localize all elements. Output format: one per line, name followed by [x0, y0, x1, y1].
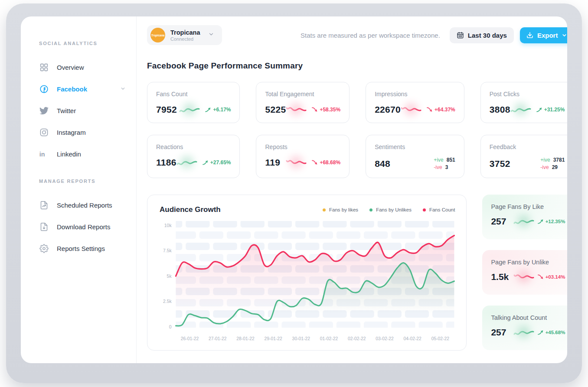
y-axis-tick: 2.5k — [163, 299, 172, 304]
y-axis-tick: 0 — [169, 325, 172, 329]
sidebar-item-instagram[interactable]: Instagram — [39, 121, 136, 143]
stat-card: Sentiments848 +ive851 -ive3 — [366, 135, 464, 178]
x-axis-tick: 02-02-22 — [348, 336, 366, 341]
main-content: Tropicana Tropicana Connected Stats are … — [137, 16, 567, 363]
trend-sparkline-icon — [401, 104, 421, 115]
topbar: Tropicana Tropicana Connected Stats are … — [147, 25, 567, 45]
page-title: Facebook Page Performance Summary — [147, 61, 567, 71]
audience-growth-chart: 10k7.5k5k2.5k026-01-2227-01-2228-01-2229… — [157, 218, 457, 344]
dashboard: SOCIAL ANALYTICSOverviewFacebookTwitterI… — [21, 16, 567, 363]
x-axis-tick: 01-02-22 — [320, 336, 338, 341]
sentiment-negative-row: -ive29 — [540, 164, 558, 170]
audience-growth-card: Audience Growth Fans by likesFans by Unl… — [147, 195, 467, 351]
stat-card-label: Post Clicks — [490, 91, 565, 98]
y-axis-tick: 10k — [164, 223, 172, 228]
stat-card-value: 3752 — [490, 159, 510, 169]
x-axis-tick: 29-01-22 — [264, 336, 282, 341]
stat-card-value: 848 — [375, 159, 390, 169]
sidebar-item-scheduled-reports[interactable]: Scheduled Reports — [39, 194, 136, 216]
stat-card-label: Total Engagement — [265, 91, 340, 98]
y-axis-tick: 7.5k — [163, 248, 172, 253]
trend-delta: +45.68% — [546, 330, 565, 335]
timezone-note: Stats are measured as per workspace time… — [301, 32, 440, 39]
avatar: Tropicana — [150, 28, 165, 42]
side-card-value: 257 — [491, 327, 506, 338]
sentiment-positive-row: +ive3781 — [540, 157, 565, 163]
svg-text:in: in — [39, 150, 45, 157]
grid-icon — [39, 62, 49, 72]
sidebar-item-label: Twitter — [57, 107, 76, 114]
sidebar-item-reports-settings[interactable]: Reports Settings — [39, 237, 136, 259]
chart-title: Audience Growth — [160, 205, 221, 214]
sidebar-section-label: MANAGE REPORTS — [39, 179, 136, 184]
sidebar-item-label: Download Reports — [57, 223, 110, 231]
sidebar-item-twitter[interactable]: Twitter — [39, 100, 136, 121]
sidebar: SOCIAL ANALYTICSOverviewFacebookTwitterI… — [21, 16, 137, 363]
sidebar-item-facebook[interactable]: Facebook — [39, 78, 136, 100]
sidebar-item-label: Linkedin — [57, 150, 81, 158]
legend-item-fans-count[interactable]: Fans Count — [423, 207, 455, 212]
sidebar-item-overview[interactable]: Overview — [39, 56, 136, 78]
x-axis-tick: 30-01-22 — [292, 336, 310, 341]
legend-dot — [423, 208, 426, 211]
x-axis-tick: 28-01-22 — [236, 336, 255, 341]
stat-card: Reactions1186 +27.65% — [147, 135, 240, 178]
x-axis-tick: 03-02-22 — [376, 336, 394, 341]
sidebar-item-label: Scheduled Reports — [57, 202, 112, 209]
stat-card-label: Fans Count — [156, 91, 231, 98]
stat-card-value: 119 — [265, 157, 280, 168]
sidebar-item-download-reports[interactable]: Download Reports — [39, 216, 136, 237]
stat-card-value: 7952 — [156, 104, 177, 115]
trend-sparkline-icon — [510, 104, 531, 115]
trend-delta: +68.68% — [320, 159, 340, 166]
trend-arrow-down-icon — [312, 160, 317, 165]
stat-card-label: Sentiments — [375, 143, 455, 150]
trend-arrow-down-icon — [538, 274, 543, 280]
stat-card-grid: Fans Count7952 +6.17%Total Engagement522… — [147, 82, 567, 178]
legend-item-fans-by-likes[interactable]: Fans by likes — [323, 207, 358, 212]
side-card-column: Page Fans By Like 257 +12.35% Page Fans … — [482, 195, 567, 351]
account-name: Tropicana — [170, 29, 200, 36]
trend-delta: +58.35% — [320, 107, 340, 113]
trend-arrow-up-icon — [538, 219, 543, 224]
export-button[interactable]: Export — [520, 27, 567, 43]
trend-delta: +03.14% — [546, 274, 565, 280]
gear-icon — [39, 244, 49, 253]
date-range-button[interactable]: Last 30 days — [450, 27, 514, 43]
trend-delta: +64.37% — [434, 107, 455, 113]
y-axis-tick: 5k — [167, 274, 172, 279]
trend-sparkline-icon — [286, 157, 307, 168]
sidebar-item-linkedin[interactable]: inLinkedin — [39, 143, 136, 165]
side-card-value: 257 — [491, 216, 506, 227]
trend-arrow-down-icon — [427, 107, 432, 112]
stat-card: Impressions22670 +64.37% — [366, 82, 464, 123]
sidebar-section-label: SOCIAL ANALYTICS — [39, 41, 136, 46]
legend-item-fans-by-unlikes[interactable]: Fans by Unlikes — [369, 207, 412, 212]
sidebar-item-label: Overview — [57, 64, 84, 71]
stat-card: Total Engagement5225 +58.35% — [256, 82, 350, 123]
trend-sparkline-icon — [286, 104, 307, 115]
x-axis-tick: 04-02-22 — [403, 336, 421, 341]
stat-card-label: Reactions — [156, 143, 231, 150]
legend-dot — [323, 208, 326, 211]
instagram-icon — [39, 127, 49, 137]
account-status: Connected — [170, 36, 200, 42]
trend-delta: +31.25% — [544, 107, 565, 113]
doc-chart-icon — [39, 200, 49, 210]
chevron-down-icon — [120, 85, 126, 93]
calendar-icon — [457, 32, 464, 39]
trend-arrow-up-icon — [203, 160, 208, 165]
stat-card-label: Feedback — [490, 143, 565, 150]
sidebar-item-label: Reports Settings — [57, 245, 105, 252]
side-stat-card: Page Fans by Unlike 1.5k +03.14% — [482, 250, 567, 295]
avatar-text: Tropicana — [151, 34, 165, 37]
side-card-label: Page Fans By Like — [491, 203, 565, 210]
trend-delta: +27.65% — [210, 159, 231, 166]
trend-arrow-down-icon — [312, 107, 317, 112]
account-selector[interactable]: Tropicana Tropicana Connected — [147, 25, 222, 45]
stat-card: Feedback3752 +ive3781 -ive29 — [480, 135, 567, 178]
sidebar-item-label: Facebook — [57, 85, 87, 93]
export-label: Export — [537, 32, 558, 39]
facebook-icon — [39, 84, 49, 94]
sentiment-positive-row: +ive851 — [434, 157, 455, 163]
